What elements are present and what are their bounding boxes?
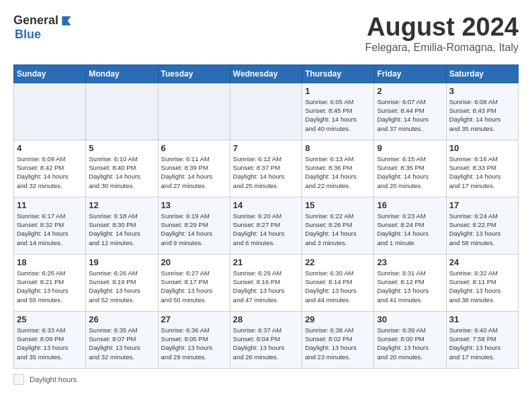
day-info: Daylight: 14 hours: [305, 229, 371, 238]
day-number: 2: [377, 86, 443, 96]
day-info: Sunrise: 6:27 AM: [161, 269, 227, 277]
calendar-cell: 14Sunrise: 6:20 AMSunset: 8:27 PMDayligh…: [230, 197, 302, 254]
legend: Daylight hours: [13, 374, 519, 385]
day-info: Daylight: 13 hours: [233, 286, 299, 295]
day-info: and 50 minutes.: [161, 295, 227, 304]
weekday-wednesday: Wednesday: [230, 64, 302, 83]
day-info: Sunrise: 6:19 AM: [161, 212, 227, 220]
day-info: Daylight: 14 hours: [89, 172, 154, 181]
day-info: and 29 minutes.: [161, 353, 227, 361]
day-number: 24: [449, 257, 515, 267]
week-row-4: 18Sunrise: 6:25 AMSunset: 8:21 PMDayligh…: [14, 254, 519, 311]
day-info: Sunrise: 6:24 AM: [449, 212, 515, 220]
day-number: 17: [449, 200, 515, 210]
day-info: and 35 minutes.: [449, 124, 515, 133]
day-info: and 44 minutes.: [305, 295, 371, 304]
day-info: Sunrise: 6:10 AM: [89, 154, 154, 163]
calendar-cell: 18Sunrise: 6:25 AMSunset: 8:21 PMDayligh…: [14, 254, 86, 311]
calendar-cell: 23Sunrise: 6:31 AMSunset: 8:12 PMDayligh…: [374, 254, 446, 311]
week-row-2: 4Sunrise: 6:09 AMSunset: 8:42 PMDaylight…: [14, 140, 519, 197]
day-info: and 52 minutes.: [89, 295, 154, 304]
day-info: Daylight: 13 hours: [89, 343, 154, 352]
day-info: and 37 minutes.: [377, 124, 443, 133]
calendar-cell: 10Sunrise: 6:16 AMSunset: 8:33 PMDayligh…: [446, 140, 518, 197]
day-number: 31: [449, 314, 515, 324]
day-info: Sunset: 8:27 PM: [233, 220, 299, 229]
day-info: Daylight: 13 hours: [305, 343, 371, 352]
calendar-cell: [14, 83, 86, 140]
day-info: Sunrise: 6:15 AM: [377, 154, 443, 163]
day-info: Sunset: 8:44 PM: [377, 106, 443, 115]
day-number: 6: [161, 143, 227, 153]
calendar-cell: 2Sunrise: 6:07 AMSunset: 8:44 PMDaylight…: [374, 83, 446, 140]
calendar-cell: 29Sunrise: 6:38 AMSunset: 8:02 PMDayligh…: [302, 311, 374, 368]
day-info: Daylight: 13 hours: [233, 343, 299, 352]
logo-general: General: [13, 13, 58, 28]
day-info: and 25 minutes.: [233, 181, 299, 190]
day-info: Sunset: 8:09 PM: [17, 334, 83, 343]
day-info: and 41 minutes.: [377, 295, 443, 304]
day-info: Sunrise: 6:31 AM: [377, 269, 443, 277]
day-info: Sunrise: 6:05 AM: [305, 97, 371, 106]
day-number: 1: [305, 86, 371, 96]
week-row-1: 1Sunrise: 6:05 AMSunset: 8:45 PMDaylight…: [14, 83, 519, 140]
calendar-cell: 6Sunrise: 6:11 AMSunset: 8:39 PMDaylight…: [158, 140, 230, 197]
calendar-cell: 19Sunrise: 6:26 AMSunset: 8:19 PMDayligh…: [86, 254, 158, 311]
day-info: Sunset: 8:12 PM: [377, 277, 443, 286]
day-number: 30: [377, 314, 443, 324]
day-number: 22: [305, 257, 371, 267]
logo: General Blue: [13, 13, 73, 42]
day-info: Sunset: 8:24 PM: [377, 220, 443, 229]
day-info: Sunrise: 6:38 AM: [305, 326, 371, 334]
day-number: 26: [89, 314, 154, 324]
day-number: 21: [233, 257, 299, 267]
day-info: Sunset: 8:30 PM: [89, 220, 154, 229]
day-info: Sunrise: 6:11 AM: [161, 154, 227, 163]
calendar-cell: 24Sunrise: 6:32 AMSunset: 8:11 PMDayligh…: [446, 254, 518, 311]
week-row-5: 25Sunrise: 6:33 AMSunset: 8:09 PMDayligh…: [14, 311, 519, 368]
day-info: Sunset: 8:29 PM: [161, 220, 227, 229]
day-number: 3: [449, 86, 515, 96]
day-info: Sunrise: 6:08 AM: [449, 97, 515, 106]
day-info: Sunrise: 6:09 AM: [17, 154, 83, 163]
day-info: Sunset: 8:43 PM: [449, 106, 515, 115]
day-info: Sunset: 8:40 PM: [89, 163, 154, 172]
day-info: Daylight: 13 hours: [161, 343, 227, 352]
day-info: Sunrise: 6:23 AM: [377, 212, 443, 220]
day-number: 15: [305, 200, 371, 210]
day-info: Sunset: 8:14 PM: [305, 277, 371, 286]
day-info: and 17 minutes.: [449, 181, 515, 190]
day-info: Daylight: 14 hours: [89, 229, 154, 238]
calendar-cell: 26Sunrise: 6:35 AMSunset: 8:07 PMDayligh…: [86, 311, 158, 368]
day-info: Sunset: 7:58 PM: [449, 334, 515, 343]
day-number: 12: [89, 200, 154, 210]
day-info: Daylight: 14 hours: [377, 172, 443, 181]
week-row-3: 11Sunrise: 6:17 AMSunset: 8:32 PMDayligh…: [14, 197, 519, 254]
calendar-body: 1Sunrise: 6:05 AMSunset: 8:45 PMDaylight…: [14, 83, 519, 368]
day-info: Daylight: 13 hours: [449, 229, 515, 238]
day-info: Daylight: 13 hours: [449, 343, 515, 352]
day-info: Daylight: 13 hours: [377, 343, 443, 352]
day-info: Sunset: 8:05 PM: [161, 334, 227, 343]
day-number: 19: [89, 257, 154, 267]
calendar-cell: 21Sunrise: 6:29 AMSunset: 8:16 PMDayligh…: [230, 254, 302, 311]
day-number: 8: [305, 143, 371, 153]
calendar-cell: 25Sunrise: 6:33 AMSunset: 8:09 PMDayligh…: [14, 311, 86, 368]
day-info: Sunset: 8:33 PM: [449, 163, 515, 172]
day-info: and 14 minutes.: [17, 238, 83, 247]
day-info: Sunrise: 6:29 AM: [233, 269, 299, 277]
day-info: Sunrise: 6:17 AM: [17, 212, 83, 220]
day-number: 20: [161, 257, 227, 267]
day-info: Sunrise: 6:16 AM: [449, 154, 515, 163]
day-info: Sunrise: 6:07 AM: [377, 97, 443, 106]
calendar-cell: [158, 83, 230, 140]
day-number: 28: [233, 314, 299, 324]
day-number: 5: [89, 143, 154, 153]
day-info: Daylight: 14 hours: [449, 172, 515, 181]
day-info: Sunset: 8:42 PM: [17, 163, 83, 172]
day-info: Daylight: 13 hours: [17, 343, 83, 352]
day-info: and 35 minutes.: [17, 353, 83, 361]
month-title: August 2024: [365, 13, 519, 42]
day-info: Sunset: 8:37 PM: [233, 163, 299, 172]
day-info: Sunrise: 6:20 AM: [233, 212, 299, 220]
